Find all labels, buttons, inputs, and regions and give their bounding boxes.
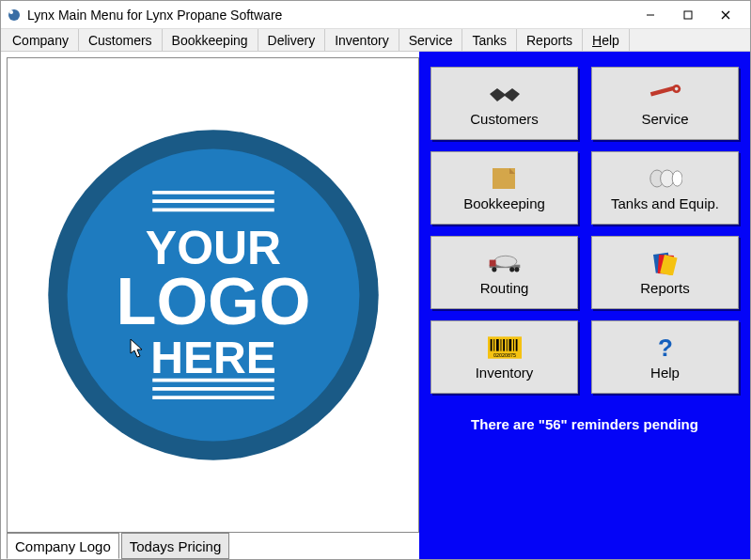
wrench-icon (649, 81, 682, 107)
svg-rect-37 (496, 339, 499, 351)
tile-customers[interactable]: Customers (430, 67, 578, 140)
svg-point-24 (672, 170, 682, 185)
handshake-icon (488, 81, 522, 107)
svg-rect-38 (500, 339, 501, 351)
tanks-icon (649, 165, 682, 192)
svg-rect-42 (513, 339, 514, 351)
minimize-button[interactable] (632, 2, 669, 28)
tile-label: Routing (480, 280, 529, 296)
company-logo-image: YOUR LOGO HERE (39, 121, 387, 469)
tile-label: Reports (640, 280, 690, 296)
tile-label: Tanks and Equip. (611, 195, 719, 211)
menu-inventory[interactable]: Inventory (325, 29, 399, 51)
svg-text:?: ? (658, 335, 673, 360)
svg-rect-41 (508, 339, 511, 351)
svg-rect-40 (506, 339, 507, 351)
reminder-text: There are "56" reminders pending (430, 416, 739, 432)
barcode-icon: 02020875 (488, 334, 522, 361)
svg-text:LOGO: LOGO (116, 264, 310, 338)
menu-customers[interactable]: Customers (79, 29, 163, 51)
tab-company-logo[interactable]: Company Logo (7, 533, 119, 559)
menu-company[interactable]: Company (3, 29, 79, 51)
menu-help[interactable]: Help (583, 29, 630, 51)
tile-label: Service (641, 111, 688, 127)
tile-label: Inventory (476, 365, 534, 381)
svg-rect-36 (493, 339, 494, 351)
left-panel: YOUR LOGO HERE Company LogoTodays Pricin… (1, 52, 419, 559)
right-panel: CustomersServiceBookkeepingTanks and Equ… (419, 52, 750, 559)
svg-point-29 (509, 267, 514, 272)
menu-bookkeeping[interactable]: Bookkeeping (163, 29, 258, 51)
tile-reports[interactable]: Reports (591, 236, 739, 309)
app-icon (7, 8, 22, 23)
window-title: Lynx Main Menu for Lynx Propane Software (27, 8, 632, 23)
svg-rect-27 (489, 259, 495, 266)
tile-routing[interactable]: Routing (430, 236, 578, 309)
tabs: Company LogoTodays Pricing (7, 533, 419, 559)
menu-reports[interactable]: Reports (517, 29, 583, 51)
svg-point-1 (9, 10, 13, 14)
question-icon: ? (649, 334, 682, 361)
menu-tanks[interactable]: Tanks (462, 29, 517, 51)
svg-rect-35 (490, 339, 492, 351)
tile-label: Customers (470, 111, 539, 127)
tile-bookkeeping[interactable]: Bookkeeping (430, 151, 578, 225)
svg-point-19 (674, 86, 678, 90)
folders-icon (649, 250, 682, 276)
window-controls (632, 2, 744, 28)
svg-point-30 (514, 267, 519, 272)
tile-help[interactable]: ?Help (591, 320, 739, 394)
maximize-button[interactable] (669, 2, 707, 28)
menu-delivery[interactable]: Delivery (258, 29, 326, 51)
content-area: YOUR LOGO HERE Company LogoTodays Pricin… (1, 52, 750, 559)
svg-rect-17 (649, 86, 675, 96)
tile-label: Bookkeeping (463, 195, 545, 211)
app-window: Lynx Main Menu for Lynx Propane Software… (0, 0, 751, 560)
tile-tanks-and-equip[interactable]: Tanks and Equip. (591, 151, 739, 225)
svg-text:HERE: HERE (150, 332, 276, 382)
tile-inventory[interactable]: 02020875Inventory (430, 320, 578, 394)
menubar: CompanyCustomersBookkeepingDeliveryInven… (1, 29, 750, 52)
svg-rect-43 (515, 339, 517, 351)
svg-rect-3 (684, 11, 692, 19)
tile-grid: CustomersServiceBookkeepingTanks and Equ… (430, 67, 739, 394)
svg-text:02020875: 02020875 (493, 351, 516, 357)
paper-icon (488, 165, 522, 192)
tab-todays-pricing[interactable]: Todays Pricing (121, 533, 230, 559)
svg-point-28 (492, 267, 496, 272)
logo-frame: YOUR LOGO HERE (7, 57, 419, 533)
close-button[interactable] (707, 2, 744, 28)
tile-service[interactable]: Service (591, 67, 739, 140)
svg-point-26 (493, 256, 516, 267)
titlebar: Lynx Main Menu for Lynx Propane Software (1, 1, 750, 29)
menu-service[interactable]: Service (399, 29, 463, 51)
tile-label: Help (650, 365, 680, 381)
truck-icon (488, 250, 522, 276)
svg-rect-39 (503, 339, 505, 351)
